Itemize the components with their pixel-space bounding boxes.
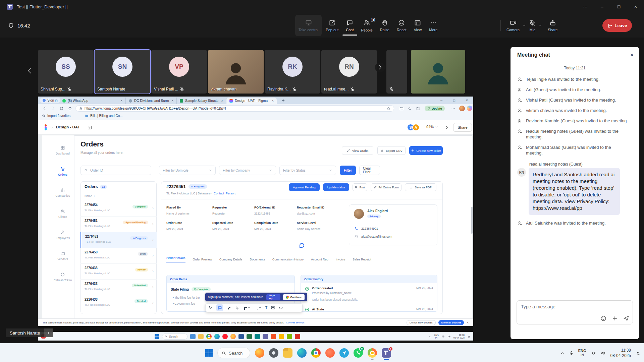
home-icon[interactable] <box>68 106 72 111</box>
mic-button[interactable]: Mic <box>528 15 537 36</box>
firefox-icon[interactable] <box>255 348 264 358</box>
order-row-selected[interactable]: 2276451 TL Flex Holdings LLC In Progress… <box>80 232 157 248</box>
browser-tab[interactable]: Sample Salary Structure with cal... × <box>177 98 226 104</box>
clock-area[interactable]: 11:38 08-04-2025 <box>610 348 631 358</box>
create-new-order-button[interactable]: Create new order <box>409 146 443 155</box>
shared-region-label[interactable]: IN <box>435 337 437 339</box>
shared-app-icon[interactable] <box>287 334 292 339</box>
zoom-control[interactable]: 94% <box>426 125 438 129</box>
participant-tile[interactable]: vikram chavan <box>208 50 264 94</box>
tab-communication-history[interactable]: Communication History <box>272 258 304 261</box>
camera-dropdown-icon[interactable] <box>522 23 526 27</box>
order-row[interactable]: 2216433 TL Flex Holdings LLC Created › <box>80 295 157 311</box>
order-row[interactable]: 2279454 TL Flex Holdings LLC Complete › <box>80 201 157 217</box>
tab-company-details[interactable]: Company Details <box>219 258 243 261</box>
pop-out-button[interactable]: Pop out <box>322 15 342 36</box>
browser-signin-chip[interactable]: Sign in <box>40 98 60 103</box>
shared-app-icon[interactable] <box>198 334 204 339</box>
strip-scroll-left-icon[interactable] <box>26 67 34 74</box>
participant-tile[interactable]: RK Ravindra K... <box>265 50 320 94</box>
chat-button[interactable]: Chat <box>342 15 357 36</box>
move-tool-icon[interactable] <box>208 306 213 310</box>
shared-app-icon[interactable] <box>206 334 212 339</box>
whatsapp-icon[interactable]: 81 <box>354 348 363 358</box>
titlebar-more-icon[interactable]: ⋯ <box>577 0 594 13</box>
connector-tool-chevron-icon[interactable] <box>259 306 261 309</box>
shared-app-icon[interactable] <box>263 334 268 339</box>
share-button[interactable]: Share <box>544 15 561 36</box>
maximize-button[interactable]: □ <box>610 0 627 13</box>
shared-search-box[interactable]: Search <box>162 334 187 340</box>
participant-tile[interactable]: VP Vishal Patil ... <box>151 50 207 94</box>
strip-scroll-right-button[interactable] <box>375 62 385 72</box>
favorite-star-icon[interactable] <box>387 107 390 110</box>
shared-app-icon[interactable] <box>247 334 252 339</box>
text-tool-icon[interactable]: T <box>265 305 267 310</box>
raise-button[interactable]: Raise <box>377 15 393 36</box>
start-button[interactable] <box>205 349 213 357</box>
telegram-icon[interactable] <box>339 348 349 358</box>
view-button[interactable]: View <box>411 15 425 36</box>
shared-app-icon[interactable] <box>255 334 260 339</box>
figma-share-button[interactable]: Share <box>453 123 472 132</box>
browser-maximize-icon[interactable]: □ <box>448 97 461 104</box>
collaborator-avatar[interactable]: A <box>412 124 420 131</box>
contact-email[interactable]: alex@vstatefilings.com <box>361 235 392 238</box>
shared-app-icon[interactable] <box>279 334 284 339</box>
figma-pages-icon[interactable] <box>88 125 92 130</box>
region-label[interactable]: IN <box>581 353 584 357</box>
tray-mic-icon[interactable] <box>569 351 574 355</box>
browser-close-icon[interactable]: × <box>461 97 473 104</box>
browser-tab[interactable]: DC Divisions and Surroundings × <box>126 98 177 104</box>
react-button[interactable]: React <box>393 15 410 36</box>
tray-chevron-icon[interactable] <box>560 351 565 355</box>
sidebar-item-companies[interactable]: Companies <box>47 188 79 197</box>
tab-invoice[interactable]: Invoice <box>336 258 345 261</box>
reload-icon[interactable] <box>59 106 64 111</box>
print-button[interactable]: Print <box>353 183 367 191</box>
tab-order-preview[interactable]: Order Preview <box>193 258 212 261</box>
save-as-pdf-button[interactable]: Save as PDF <box>405 183 436 191</box>
sort-desc-icon[interactable]: ↓ <box>94 194 95 198</box>
browser-tab-active[interactable]: Design - UAT – Figma × <box>226 98 277 104</box>
view-drafts-button[interactable]: View Drafts <box>342 146 373 155</box>
browser-menu-icon[interactable] <box>451 107 455 111</box>
tab-documents[interactable]: Documents <box>250 258 265 261</box>
page-scrollbar[interactable] <box>471 207 473 234</box>
connector-tool-icon[interactable] <box>254 306 258 310</box>
shape-tool-chevron-icon[interactable] <box>248 306 250 309</box>
back-icon[interactable] <box>43 106 47 111</box>
camera-button[interactable]: Camera <box>505 15 521 36</box>
browser-minimize-icon[interactable]: – <box>435 97 448 104</box>
tab-order-details[interactable]: Order Details <box>166 256 185 262</box>
chrome-icon[interactable] <box>311 348 321 358</box>
order-id-input[interactable]: Order ID <box>80 166 151 175</box>
favorites-bar-icon[interactable] <box>408 107 412 111</box>
bookmark-item[interactable]: Import favorites <box>42 114 70 118</box>
filter-button[interactable]: Filter <box>340 166 356 175</box>
export-csv-button[interactable]: Export CSV <box>377 146 406 155</box>
contact-person-link[interactable]: Contact_Person. <box>214 192 236 195</box>
chrome-beta-icon[interactable] <box>368 348 377 358</box>
filter-company-select[interactable]: Filter by Company <box>219 166 276 175</box>
figma-menu-chevron-icon[interactable] <box>50 126 53 129</box>
filter-status-select[interactable]: Filter by Status <box>279 166 336 175</box>
url-field[interactable]: https://www.figma.com/design/9BKQ0FOHRWa… <box>75 105 394 112</box>
collections-icon[interactable] <box>416 107 420 111</box>
mic-dropdown-icon[interactable] <box>538 23 542 27</box>
attach-plus-icon[interactable] <box>612 315 618 321</box>
filter-domicile-select[interactable]: Filter by Domicile <box>159 166 216 175</box>
components-tool-icon[interactable] <box>271 306 275 310</box>
crop-tool-icon[interactable] <box>235 306 239 310</box>
browser-update-button[interactable]: Update <box>425 106 445 111</box>
browser-tab[interactable]: (5) WhatsApp × <box>59 98 126 104</box>
shared-lang-label[interactable]: ENG <box>434 334 439 337</box>
taskbar-search-box[interactable]: Search <box>217 348 250 358</box>
fill-online-form-button[interactable]: Fill Online Form <box>371 183 401 191</box>
message-input[interactable]: Type a message <box>517 300 633 324</box>
contact-phone[interactable]: 2123874901 <box>361 227 378 230</box>
name-column-header[interactable]: Name <box>85 194 92 198</box>
settings-icon[interactable] <box>269 348 278 358</box>
allow-cookies-button[interactable]: Allow all cookies <box>438 320 464 325</box>
emoji-icon[interactable] <box>600 315 606 321</box>
